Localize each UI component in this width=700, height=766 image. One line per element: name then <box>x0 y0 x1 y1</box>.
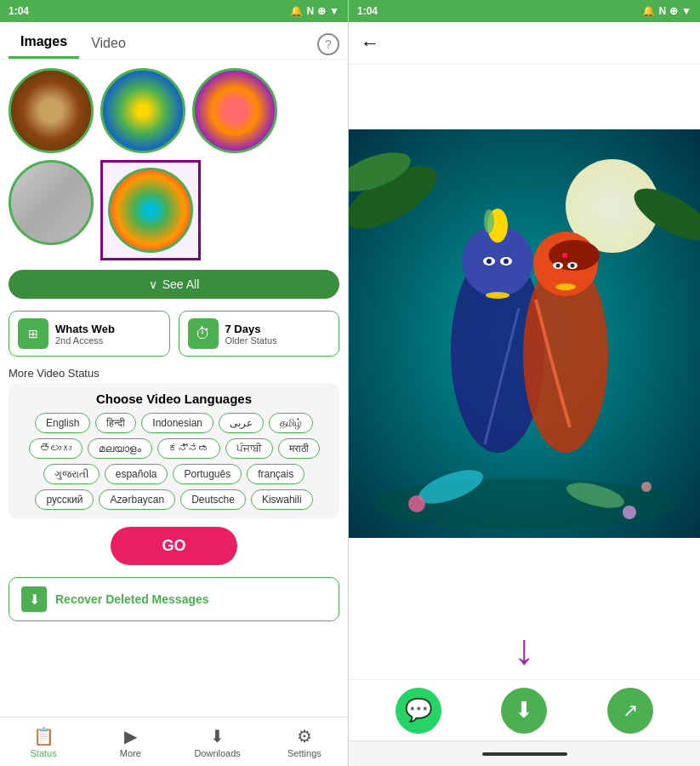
whatsapp-button[interactable]: 💬 <box>396 688 441 734</box>
help-button[interactable]: ? <box>317 33 339 55</box>
chip-francais[interactable]: français <box>247 464 304 484</box>
download-button[interactable]: ⬇ <box>501 688 547 734</box>
right-bottom-bar <box>349 740 700 766</box>
home-indicator <box>482 752 567 756</box>
svg-point-26 <box>571 264 575 268</box>
left-status-icons: 🔔 N ⊕ ▼ <box>290 5 339 17</box>
svg-point-27 <box>486 292 509 299</box>
svg-point-24 <box>556 264 561 268</box>
svg-point-16 <box>408 495 425 512</box>
chip-marathi[interactable]: मराठी <box>278 438 320 459</box>
share-button[interactable]: ↗ <box>607 688 653 734</box>
radha-krishna-art <box>349 129 700 538</box>
more-video-status-label: More Video Status <box>0 363 348 383</box>
main-image-area <box>349 65 700 603</box>
settings-icon: ⚙ <box>297 726 312 746</box>
svg-point-13 <box>555 283 576 290</box>
more-icon: ▶ <box>124 726 137 746</box>
chip-english[interactable]: English <box>35 413 90 433</box>
chip-azerbaycan[interactable]: Azərbaycan <box>99 489 175 510</box>
svg-point-18 <box>641 482 652 492</box>
feature-row: ⊞ Whats Web 2nd Access ⏱ 7 Days Older St… <box>0 304 348 363</box>
image-item-5-inner <box>108 168 193 253</box>
left-time: 1:04 <box>9 5 29 17</box>
nav-status[interactable]: 📋 Status <box>0 717 87 766</box>
left-status-bar: 1:04 🔔 N ⊕ ▼ <box>0 0 348 22</box>
language-chips: English हिन्दी Indonesian عربى தமிழ் తెల… <box>17 413 331 510</box>
right-time: 1:04 <box>357 5 378 17</box>
chip-arabic[interactable]: عربى <box>219 413 264 433</box>
svg-point-28 <box>562 253 567 258</box>
recover-icon: ⬇ <box>21 586 47 612</box>
nav-settings[interactable]: ⚙ Settings <box>261 717 348 766</box>
nav-downloads[interactable]: ⬇ Downloads <box>174 717 261 766</box>
chip-gujarati[interactable]: ગુજરાતી <box>43 464 100 484</box>
tab-images[interactable]: Images <box>9 29 79 59</box>
right-status-bar: 1:04 🔔 N ⊕ ▼ <box>349 0 700 22</box>
image-item-1[interactable] <box>9 68 94 153</box>
see-all-button[interactable]: ∨ See All <box>9 270 339 299</box>
share-icon: ↗ <box>623 700 638 722</box>
svg-point-20 <box>487 259 492 264</box>
image-item-3[interactable] <box>192 68 277 153</box>
chip-indonesian[interactable]: Indonesian <box>141 413 213 433</box>
image-grid <box>0 60 348 265</box>
chip-portuguese[interactable]: Português <box>173 464 242 484</box>
artwork-display <box>349 129 700 538</box>
svg-point-9 <box>484 209 494 233</box>
chip-russian[interactable]: русский <box>35 489 94 510</box>
chip-telugu[interactable]: తెలుగు <box>29 438 83 459</box>
downloads-icon: ⬇ <box>210 726 225 746</box>
chip-punjabi[interactable]: ਪੰਜਾਬੀ <box>225 438 273 459</box>
whatsapp-icon: 💬 <box>405 697 432 723</box>
whats-web-card[interactable]: ⊞ Whats Web 2nd Access <box>9 311 170 357</box>
chip-malayalam[interactable]: മലയാളം <box>88 438 152 459</box>
seven-days-icon: ⏱ <box>188 318 219 349</box>
svg-point-22 <box>504 259 509 264</box>
tabs-bar: Images Video ? <box>0 22 348 60</box>
recover-section[interactable]: ⬇ Recover Deleted Messages <box>9 577 339 621</box>
recover-text: Recover Deleted Messages <box>55 592 209 606</box>
chip-deutsche[interactable]: Deutsche <box>180 489 246 510</box>
arrow-down-icon: ↓ <box>514 628 535 671</box>
download-icon: ⬇ <box>515 697 533 723</box>
right-header: ← <box>349 22 700 65</box>
seven-days-text: 7 Days Older Status <box>225 323 277 346</box>
right-status-icons: 🔔 N ⊕ ▼ <box>642 5 691 17</box>
language-section: Choose Video Languages English हिन्दी In… <box>9 383 339 518</box>
chip-kiswahili[interactable]: Kiswahili <box>251 489 313 510</box>
chip-hindi[interactable]: हिन्दी <box>95 413 136 433</box>
nav-more[interactable]: ▶ More <box>87 717 174 766</box>
go-button[interactable]: GO <box>111 527 236 565</box>
right-panel: 1:04 🔔 N ⊕ ▼ ← <box>349 0 700 766</box>
tab-video[interactable]: Video <box>79 31 138 58</box>
left-panel: 1:04 🔔 N ⊕ ▼ Images Video ? ∨ See All ⊞ <box>0 0 349 766</box>
svg-point-17 <box>623 506 636 519</box>
image-item-2[interactable] <box>100 68 185 153</box>
chip-tamil[interactable]: தமிழ் <box>269 413 313 433</box>
action-bar: 💬 ⬇ ↗ <box>349 679 700 740</box>
chip-espanola[interactable]: española <box>105 464 168 484</box>
language-title: Choose Video Languages <box>17 392 331 406</box>
arrow-area: ↓ <box>349 603 700 679</box>
back-button[interactable]: ← <box>361 32 379 54</box>
status-icon: 📋 <box>33 726 54 746</box>
chip-kannada[interactable]: ಕನ್ನಡ <box>157 438 220 459</box>
whats-web-text: Whats Web 2nd Access <box>55 323 115 346</box>
image-item-5-selected[interactable] <box>100 160 201 260</box>
whats-web-icon: ⊞ <box>18 318 48 349</box>
bottom-nav: 📋 Status ▶ More ⬇ Downloads ⚙ Settings <box>0 717 348 766</box>
image-item-4[interactable] <box>9 160 94 245</box>
seven-days-card[interactable]: ⏱ 7 Days Older Status <box>179 311 340 357</box>
